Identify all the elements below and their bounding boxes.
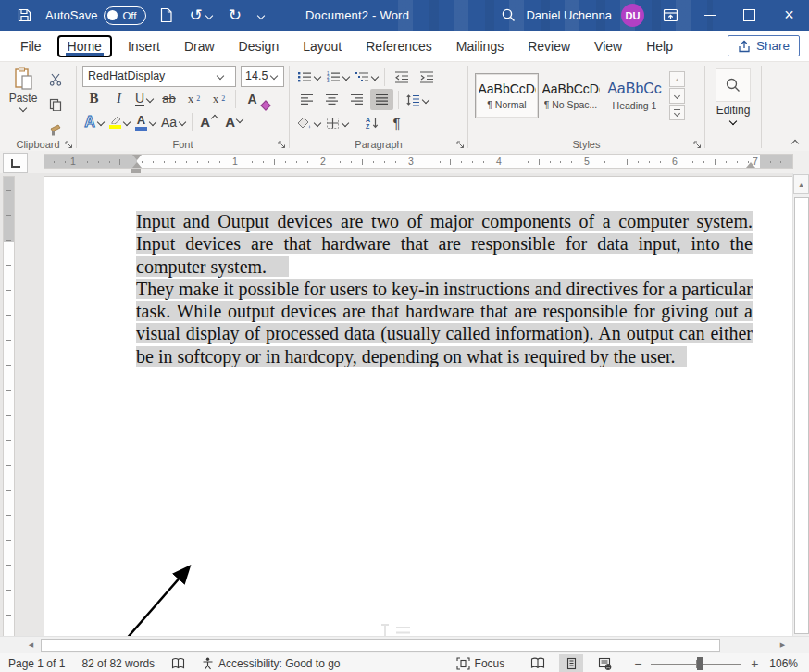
- tab-draw[interactable]: Draw: [173, 34, 226, 58]
- clear-formatting-button[interactable]: A: [241, 88, 264, 109]
- tab-insert[interactable]: Insert: [117, 34, 171, 58]
- multilevel-list-button[interactable]: [353, 66, 380, 87]
- tab-view[interactable]: View: [583, 34, 633, 58]
- align-center-button[interactable]: [320, 89, 343, 110]
- undo-dropdown-chevron[interactable]: [205, 11, 213, 19]
- scroll-right-button[interactable]: ▶: [777, 639, 789, 651]
- bullets-button[interactable]: [295, 66, 322, 87]
- scroll-up-button[interactable]: ▲: [793, 174, 809, 194]
- copy-button[interactable]: [44, 93, 67, 115]
- horizontal-scroll-thumb[interactable]: [41, 639, 720, 652]
- styles-scroll-up[interactable]: ▲: [669, 71, 685, 87]
- ribbon-display-options-button[interactable]: [659, 0, 682, 31]
- selected-text[interactable]: Input and Output devices are two of majo…: [136, 211, 753, 277]
- font-name-input[interactable]: [83, 68, 218, 85]
- zoom-slider-thumb[interactable]: [697, 657, 703, 670]
- align-left-button[interactable]: [295, 89, 318, 110]
- zoom-slider[interactable]: [651, 654, 741, 672]
- vertical-ruler[interactable]: [3, 176, 15, 639]
- accessibility-status[interactable]: Accessibility: Good to go: [193, 653, 348, 672]
- font-dialog-launcher[interactable]: [278, 141, 286, 149]
- align-right-button[interactable]: [345, 89, 368, 110]
- page-number-status[interactable]: Page 1 of 1: [0, 653, 73, 672]
- search-button[interactable]: [497, 0, 520, 31]
- cut-button[interactable]: [44, 68, 67, 90]
- underline-chevron[interactable]: [146, 94, 154, 102]
- share-button[interactable]: Share: [728, 35, 800, 56]
- selected-text[interactable]: They make it possible for users to key-i…: [136, 279, 753, 367]
- subscript-button[interactable]: x2: [182, 88, 205, 109]
- show-marks-button[interactable]: ¶: [385, 112, 408, 133]
- tab-home[interactable]: Home: [57, 35, 112, 57]
- paragraph-dialog-launcher[interactable]: [456, 141, 465, 149]
- tab-mailings[interactable]: Mailings: [445, 34, 515, 58]
- font-size-combobox[interactable]: [241, 66, 284, 87]
- change-case-button[interactable]: Aa: [159, 111, 187, 132]
- sort-button[interactable]: AZ: [360, 112, 383, 133]
- font-size-chevron[interactable]: [270, 72, 278, 80]
- style-card-normal[interactable]: AaBbCcDc ¶ Normal: [475, 73, 539, 118]
- collapse-ribbon-button[interactable]: [791, 140, 799, 147]
- zoom-in-button[interactable]: +: [748, 656, 761, 671]
- zoom-percentage[interactable]: 106%: [761, 653, 809, 672]
- tab-design[interactable]: Design: [228, 34, 291, 58]
- word-count-status[interactable]: 82 of 82 words: [73, 653, 163, 672]
- justify-button[interactable]: [370, 89, 393, 110]
- quick-access-overflow-button[interactable]: [255, 0, 268, 31]
- grow-font-button[interactable]: A: [197, 111, 220, 132]
- superscript-button[interactable]: x2: [207, 88, 230, 109]
- strikethrough-button[interactable]: ab: [157, 88, 180, 109]
- zoom-out-button[interactable]: −: [631, 656, 644, 671]
- horizontal-ruler[interactable]: 11234567: [44, 154, 793, 169]
- decrease-indent-button[interactable]: [390, 66, 413, 87]
- italic-button[interactable]: I: [107, 88, 131, 109]
- paragraph[interactable]: They make it possible for users to key-i…: [136, 278, 753, 367]
- text-effects-button[interactable]: A: [82, 111, 106, 132]
- undo-button[interactable]: ↺: [186, 0, 216, 31]
- maximize-button[interactable]: [729, 0, 769, 31]
- styles-dialog-launcher[interactable]: [693, 141, 702, 149]
- tab-layout[interactable]: Layout: [292, 34, 353, 58]
- vertical-scrollbar[interactable]: ▲: [792, 173, 809, 637]
- focus-toggle[interactable]: Focus: [448, 653, 514, 672]
- style-card-no-spacing[interactable]: AaBbCcDc ¶ No Spac...: [539, 73, 603, 118]
- horizontal-scrollbar[interactable]: ◀ ▶: [0, 636, 809, 653]
- tab-help[interactable]: Help: [635, 34, 684, 58]
- save-button[interactable]: [13, 0, 36, 31]
- close-button[interactable]: ×: [769, 0, 809, 31]
- vertical-scroll-thumb[interactable]: [794, 197, 809, 634]
- font-size-input[interactable]: [242, 68, 271, 85]
- hanging-indent-marker[interactable]: [132, 162, 142, 168]
- paragraph[interactable]: Input and Output devices are two of majo…: [136, 210, 753, 278]
- minimize-button[interactable]: [690, 0, 729, 31]
- format-painter-button[interactable]: [44, 118, 67, 140]
- read-mode-button[interactable]: [526, 654, 550, 672]
- style-card-heading1[interactable]: AaBbCc Heading 1: [603, 73, 666, 118]
- highlight-button[interactable]: [107, 111, 131, 132]
- increase-indent-button[interactable]: [415, 66, 438, 87]
- scroll-left-button[interactable]: ◀: [25, 639, 37, 651]
- shading-button[interactable]: [295, 112, 322, 133]
- tab-selector[interactable]: [3, 153, 28, 173]
- redo-button[interactable]: ↻: [225, 0, 245, 31]
- web-layout-button[interactable]: [592, 654, 616, 672]
- paste-dropdown-chevron[interactable]: [19, 105, 27, 112]
- proofing-status[interactable]: [163, 653, 193, 672]
- bold-button[interactable]: B: [82, 88, 106, 109]
- first-line-indent-marker[interactable]: [132, 155, 142, 160]
- print-layout-button[interactable]: [559, 654, 583, 672]
- numbering-button[interactable]: 123: [324, 66, 351, 87]
- font-color-button[interactable]: A: [133, 111, 157, 132]
- underline-button[interactable]: U: [132, 88, 156, 109]
- styles-scroll-down[interactable]: [669, 88, 685, 104]
- font-name-combobox[interactable]: [82, 66, 236, 87]
- tab-review[interactable]: Review: [517, 34, 581, 58]
- new-document-button[interactable]: [156, 0, 177, 31]
- autosave-toggle[interactable]: Off: [104, 6, 145, 25]
- paste-button[interactable]: Paste: [3, 65, 44, 140]
- borders-button[interactable]: [324, 112, 350, 133]
- clipboard-dialog-launcher[interactable]: [65, 141, 73, 149]
- shrink-font-button[interactable]: A: [222, 111, 245, 132]
- document-text[interactable]: Input and Output devices are two of majo…: [136, 210, 753, 367]
- editing-chevron[interactable]: [729, 118, 737, 125]
